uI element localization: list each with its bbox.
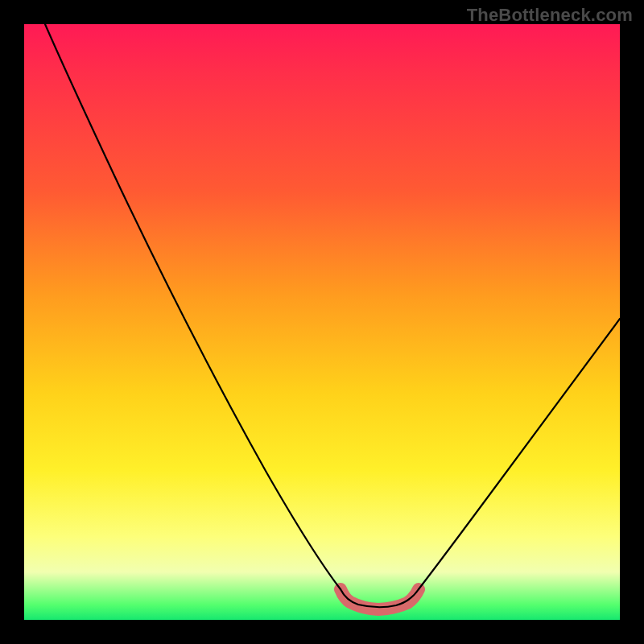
left-branch-path (45, 24, 341, 589)
watermark-text: TheBottleneck.com (467, 5, 633, 26)
curve-layer (24, 24, 620, 620)
right-branch-path (419, 319, 620, 589)
plot-area (24, 24, 620, 620)
chart-frame: TheBottleneck.com (0, 0, 644, 644)
